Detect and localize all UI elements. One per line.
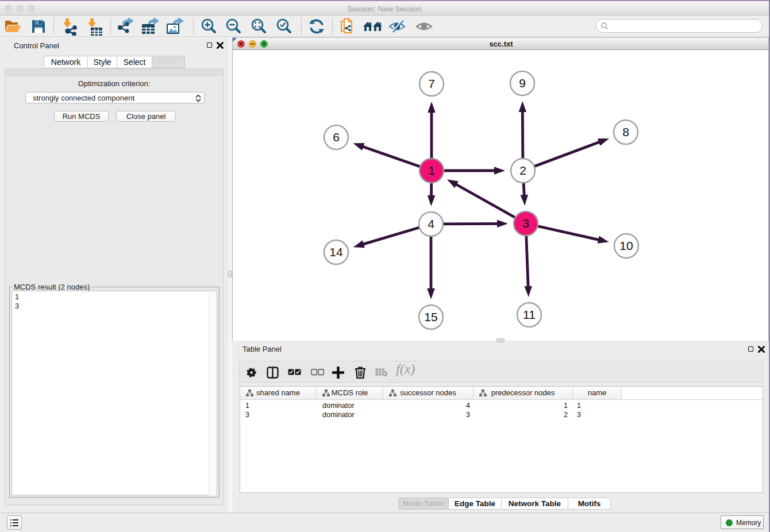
svg-text:3: 3	[522, 217, 529, 230]
svg-text:9: 9	[519, 76, 526, 90]
svg-text:15: 15	[424, 310, 437, 323]
svg-text:14: 14	[329, 245, 343, 259]
svg-text:11: 11	[523, 308, 536, 321]
svg-text:6: 6	[333, 130, 340, 144]
svg-text:10: 10	[619, 239, 633, 252]
svg-text:1: 1	[428, 164, 435, 177]
svg-text:7: 7	[428, 77, 435, 90]
svg-text:2: 2	[519, 164, 526, 177]
svg-text:8: 8	[622, 125, 629, 138]
svg-text:4: 4	[428, 217, 434, 230]
